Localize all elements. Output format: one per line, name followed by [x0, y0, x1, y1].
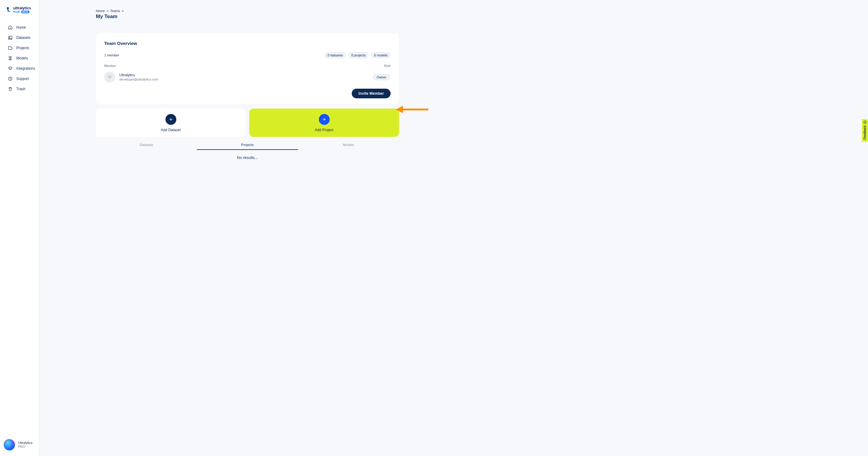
nav-label: Datasets: [16, 36, 30, 40]
role-badge: Owner: [373, 74, 391, 81]
home-icon: [8, 25, 13, 30]
tabs: Datasets Projects Models: [96, 141, 399, 150]
image-icon: [8, 35, 13, 40]
brand-logo[interactable]: ultralytics HUB BETA: [0, 4, 39, 16]
member-name: Ultralytics: [119, 73, 158, 78]
add-project-label: Add Project: [315, 128, 333, 132]
help-icon: [8, 76, 13, 81]
col-role: Role: [384, 64, 391, 67]
members-table-header: Member Role: [104, 64, 391, 67]
chip-models: 0 models: [371, 52, 391, 58]
nav-label: Projects: [16, 46, 29, 50]
nav-integrations[interactable]: Integrations: [0, 63, 39, 74]
no-results-text: No results...: [96, 155, 399, 160]
main: Home > Teams > My Team Team Overview 1 m…: [39, 0, 456, 160]
stats-chips: 0 datasets 0 projects 0 models: [324, 52, 391, 58]
plus-icon: [319, 114, 330, 125]
chip-projects: 0 projects: [348, 52, 369, 58]
nav-label: Integrations: [16, 66, 35, 70]
sidebar: ultralytics HUB BETA Home Datasets Proje…: [0, 0, 39, 239]
page-title: My Team: [96, 13, 399, 20]
add-project-card[interactable]: Add Project: [249, 109, 399, 137]
tab-datasets[interactable]: Datasets: [96, 141, 197, 150]
member-count: 1 member: [104, 53, 119, 57]
brand-beta-badge: BETA: [21, 10, 30, 13]
brand-hub: HUB: [13, 10, 20, 13]
add-dataset-label: Add Dataset: [161, 128, 181, 132]
breadcrumb-home[interactable]: Home: [96, 9, 104, 13]
brand-name: ultralytics: [13, 6, 31, 10]
nav-trash[interactable]: Trash: [0, 84, 39, 94]
nav-home[interactable]: Home: [0, 22, 39, 33]
tab-models[interactable]: Models: [298, 141, 399, 150]
nav-models[interactable]: Models: [0, 53, 39, 63]
nav: Home Datasets Projects Models Integratio…: [0, 22, 39, 239]
layers-icon: [8, 66, 13, 71]
plus-icon: [165, 114, 176, 125]
nav-label: Models: [16, 56, 28, 60]
team-overview-card: Team Overview 1 member 0 datasets 0 proj…: [96, 33, 399, 104]
add-dataset-card[interactable]: Add Dataset: [96, 109, 246, 137]
tab-projects[interactable]: Projects: [197, 141, 298, 150]
invite-member-button[interactable]: Invite Member: [352, 89, 391, 98]
nav-support[interactable]: Support: [0, 74, 39, 84]
nav-label: Trash: [16, 87, 25, 91]
nav-label: Home: [16, 25, 26, 30]
nav-datasets[interactable]: Datasets: [0, 33, 39, 43]
trash-icon: [8, 87, 13, 91]
member-email: developer@ultralytics.com: [119, 78, 158, 82]
nav-label: Support: [16, 77, 29, 81]
chevron-right-icon: >: [106, 9, 108, 13]
breadcrumb-teams[interactable]: Teams: [110, 9, 120, 13]
add-row: Add Dataset Add Project: [96, 109, 399, 137]
chip-datasets: 0 datasets: [324, 52, 346, 58]
svg-point-5: [108, 76, 112, 79]
svg-point-2: [9, 37, 10, 37]
command-icon: [8, 56, 13, 61]
member-row: Ultralytics developer@ultralytics.com Ow…: [104, 72, 391, 83]
col-member: Member: [104, 64, 116, 67]
logo-icon: [7, 6, 11, 13]
member-avatar: [104, 72, 115, 83]
breadcrumb: Home > Teams >: [96, 9, 399, 13]
card-title: Team Overview: [104, 41, 391, 46]
folder-icon: [8, 46, 13, 50]
chevron-right-icon: >: [122, 9, 124, 13]
nav-projects[interactable]: Projects: [0, 43, 39, 53]
